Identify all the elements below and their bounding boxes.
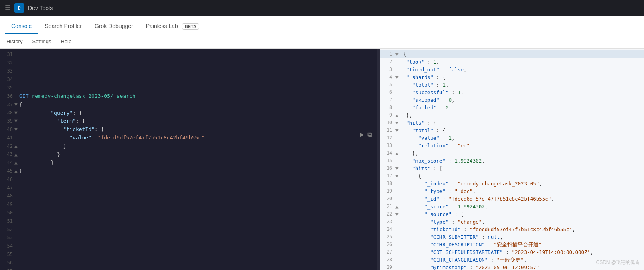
fold-btn[interactable]: ▼	[395, 50, 400, 58]
code-line: 48	[0, 192, 377, 201]
code-line: 50	[0, 209, 377, 217]
json-line: 4▼ "_shards" : {	[380, 73, 644, 81]
code-line: 37 ▼ {	[0, 101, 377, 109]
json-line: 5 "total" : 1,	[380, 81, 644, 89]
menu-icon[interactable]: ☰	[5, 4, 10, 12]
json-line: 24 "ticketId" : "fdecd6df57ef47f7b51c8c4…	[380, 226, 644, 233]
json-line: 11▼ "total" : {	[380, 127, 644, 134]
json-line: 18 "_index" : "remedy-changetask_2023-05…	[380, 180, 644, 187]
json-line: 3 "timed_out" : false,	[380, 66, 644, 73]
code-line: 44 ▲ }	[0, 159, 377, 167]
fold-arrow[interactable]: ▲	[14, 142, 19, 151]
code-line-get: 36 GET remedy-changetask_2023-05/_search	[0, 92, 377, 101]
watermark: CSDN @飞翔的佩奇	[596, 259, 640, 266]
code-line: 43 ▲ }	[0, 151, 377, 159]
code-line: 47	[0, 184, 377, 192]
app-logo: D	[14, 3, 24, 13]
json-line: 2 "took" : 1,	[380, 58, 644, 66]
json-line: 20 "_id" : "fdecd6df57ef47f7b51c8c42bf46…	[380, 195, 644, 203]
fold-arrow[interactable]: ▼	[14, 117, 19, 125]
editor-actions: ▶ ⧉	[360, 131, 372, 138]
code-line: 31	[0, 50, 377, 59]
json-line: 8 "failed" : 0	[380, 104, 644, 111]
fold-btn[interactable]: ▲	[395, 203, 400, 211]
json-line: 27 "CDT_SCHEDULEDSTARTDATE" : "2023-04-1…	[380, 248, 644, 256]
copy-icon[interactable]: ⧉	[367, 131, 372, 138]
fold-arrow[interactable]: ▲	[14, 159, 19, 167]
json-line: 1▼ {	[380, 50, 644, 58]
json-line: 7 "skipped" : 0,	[380, 96, 644, 104]
subnav-history[interactable]: History	[5, 36, 24, 47]
code-line: 45 ▲ }	[0, 167, 377, 175]
fold-arrow[interactable]: ▼	[14, 125, 19, 134]
code-line: 56	[0, 259, 377, 267]
json-line: 6 "successful" : 1,	[380, 89, 644, 96]
fold-arrow[interactable]: ▲	[14, 167, 19, 175]
sub-nav: History Settings Help	[0, 34, 644, 49]
json-line: 16▼ "hits" : [	[380, 165, 644, 172]
beta-badge: BETA	[182, 23, 199, 30]
fold-btn[interactable]: ▼	[395, 172, 400, 180]
code-line: 32	[0, 59, 377, 67]
json-line: 10▼ "hits" : {	[380, 119, 644, 127]
code-line: 35	[0, 84, 377, 92]
json-line: 15 "max_score" : 1.9924302,	[380, 157, 644, 165]
fold-btn[interactable]: ▼	[395, 165, 400, 173]
fold-btn[interactable]: ▲	[395, 111, 400, 119]
json-line: 13 "relation" : "eq"	[380, 142, 644, 149]
tab-grok-debugger[interactable]: Grok Debugger	[88, 19, 140, 34]
fold-arrow[interactable]: ▼	[14, 101, 19, 109]
run-button[interactable]: ▶	[360, 131, 364, 138]
code-editor[interactable]: 31 32 33 34 35 36 GET remedy-changetask_…	[0, 49, 377, 270]
fold-arrow[interactable]: ▼	[14, 109, 19, 117]
tab-search-profiler[interactable]: Search Profiler	[38, 19, 88, 34]
json-line: 12 "value" : 1,	[380, 134, 644, 142]
json-line: 17▼ {	[380, 172, 644, 180]
code-line: 49	[0, 200, 377, 209]
response-panel: 1▼ { 2 "took" : 1, 3 "timed_out" : false…	[380, 49, 644, 270]
json-line: 21▲ "_score" : 1.9924302,	[380, 203, 644, 210]
app-title: Dev Tools	[28, 5, 53, 11]
tab-painless-lab[interactable]: Painless Lab BETA	[140, 19, 206, 34]
code-line: 54	[0, 242, 377, 250]
fold-btn[interactable]: ▼	[395, 119, 400, 127]
subnav-help[interactable]: Help	[59, 36, 73, 47]
subnav-settings[interactable]: Settings	[30, 36, 53, 47]
fold-btn[interactable]: ▲	[395, 149, 400, 157]
fold-btn[interactable]: ▼	[395, 210, 400, 218]
code-line: 57	[0, 267, 377, 270]
json-line: 14▲ },	[380, 149, 644, 157]
code-line: 33	[0, 67, 377, 76]
code-line: 55	[0, 250, 377, 259]
json-line: 22▼ "_source" : {	[380, 210, 644, 218]
json-line: 25 "CCHR_SUBMITTER" : null,	[380, 233, 644, 241]
code-line: 34	[0, 75, 377, 84]
code-line: 51	[0, 217, 377, 226]
nav-tabs: Console Search Profiler Grok Debugger Pa…	[0, 16, 644, 34]
json-line: 23 "type" : "change",	[380, 218, 644, 226]
code-line: 53	[0, 234, 377, 242]
main-content: 31 32 33 34 35 36 GET remedy-changetask_…	[0, 49, 644, 270]
editor-panel: 31 32 33 34 35 36 GET remedy-changetask_…	[0, 49, 377, 270]
top-bar: ☰ D Dev Tools	[0, 0, 644, 16]
response-content[interactable]: 1▼ { 2 "took" : 1, 3 "timed_out" : false…	[380, 49, 644, 270]
code-line: 46	[0, 175, 377, 184]
json-line: 9▲ },	[380, 111, 644, 119]
tab-console[interactable]: Console	[5, 19, 38, 34]
panel-divider: ⋮	[377, 49, 380, 270]
fold-btn[interactable]: ▼	[395, 73, 400, 81]
code-line: 52	[0, 226, 377, 234]
fold-btn[interactable]: ▼	[395, 127, 400, 135]
json-line: 19 "_type" : "_doc",	[380, 187, 644, 195]
json-line: 26 "CCHR_DESCRIPTION" : "安全扫描平台开通",	[380, 241, 644, 248]
fold-arrow[interactable]: ▲	[14, 151, 19, 159]
